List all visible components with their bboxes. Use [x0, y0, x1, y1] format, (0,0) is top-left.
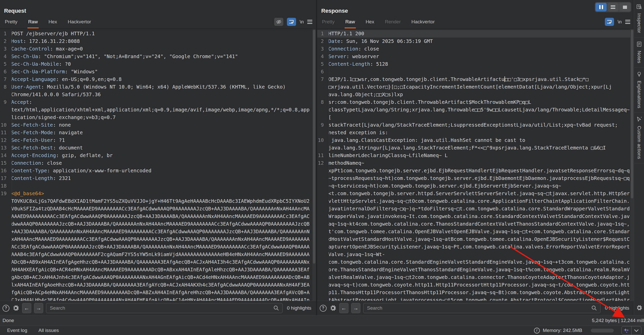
- ai-sparkles-button[interactable]: [622, 326, 631, 334]
- code-text: : en-US;q=0.9,en;q=0.8: [56, 76, 121, 82]
- search-next-button[interactable]: →: [351, 303, 360, 313]
- sidebar-tab-label: Custom actions: [636, 126, 642, 159]
- search-help-button[interactable]: ?: [320, 305, 327, 312]
- code-text: : Mozilla/5.0 (Windows NT 10.0; Win64; x…: [11, 84, 289, 97]
- request-title: Request: [4, 8, 312, 14]
- word-wrap-icon: [289, 19, 294, 25]
- show-newlines-toggle[interactable]: \n: [618, 19, 622, 25]
- search-next-button[interactable]: →: [34, 303, 43, 313]
- tab-pretty[interactable]: Pretty: [4, 19, 18, 28]
- line-number: 13: [0, 144, 9, 152]
- code-text: OEJP/1.1□□wsr,com.tongweb.tongejb.client…: [328, 76, 504, 82]
- layout-columns-button[interactable]: [595, 3, 607, 11]
- response-title: Response: [321, 8, 630, 14]
- line-number: 1: [317, 30, 326, 38]
- code-line: 15Connection: close: [0, 159, 312, 167]
- code-text: TOVKUC8xLjGs7QAFdwEBdXIAD1tMamF2YS5uZXQu…: [11, 191, 310, 301]
- line-content: HTTP/1.1 200: [326, 30, 630, 38]
- show-newlines-toggle[interactable]: \n: [300, 19, 304, 25]
- bottom-tab-all-issues[interactable]: All issues: [38, 328, 59, 333]
- status-message: Done: [0, 318, 14, 323]
- line-content: Connection: close: [9, 159, 312, 167]
- line-content: Sec-Ch-Ua: "Chromium";v="141", "Not;A=Br…: [9, 53, 312, 60]
- search-icon: [591, 305, 597, 311]
- word-wrap-toggle[interactable]: [605, 18, 614, 26]
- response-search-input[interactable]: [363, 303, 601, 313]
- status-bar: Done 5,242 bytes | 12,244 millis: [0, 315, 644, 326]
- header-name: User-Agent: [11, 84, 41, 90]
- code-line: 19<@d_base64> TOVKUC8xLjGs7QAFdwEBdXIAD1…: [0, 190, 312, 301]
- request-search-input[interactable]: [46, 303, 283, 313]
- hide-nonprintable-button[interactable]: [274, 18, 283, 26]
- burp-repeater-window: Request PrettyRawHexHackvertor: [0, 0, 644, 335]
- response-tabs: PrettyRawHexRenderHackvertor: [321, 19, 445, 28]
- response-scrollbar-thumb[interactable]: [631, 30, 633, 198]
- response-search-wrap: [363, 303, 601, 313]
- line-number: 10: [0, 121, 9, 129]
- tab-hex[interactable]: Hex: [365, 19, 375, 28]
- memory-progress-bar: [591, 329, 614, 332]
- code-line: 12Sec-Fetch-User: ?1: [0, 137, 312, 144]
- ai-dropdown-button[interactable]: [632, 326, 641, 334]
- code-text: : "Chromium";v="141", "Not;A=Brand";v="2…: [38, 54, 238, 59]
- layout-toggle-group: [595, 2, 631, 12]
- line-content: Accept: text/html,application/xhtml+xml,…: [9, 98, 312, 121]
- tab-hackvertor[interactable]: Hackvertor: [67, 19, 92, 28]
- layout-single-button[interactable]: [619, 3, 631, 11]
- response-scrollbar[interactable]: [630, 29, 634, 301]
- sidebar-settings-gear-icon[interactable]: [636, 305, 642, 311]
- sidebar-tab-inspector[interactable]: Inspector: [634, 0, 644, 38]
- response-editor[interactable]: 1HTTP/1.1 2002Date: Sun, 16 Nov 2025 06:…: [317, 28, 634, 301]
- search-prev-button[interactable]: ←: [339, 303, 348, 313]
- tab-raw[interactable]: Raw: [345, 19, 356, 28]
- search-settings-gear-icon[interactable]: [12, 305, 19, 312]
- sidebar-tab-notes[interactable]: Notes: [634, 38, 644, 68]
- header-name: Accept: [11, 99, 29, 105]
- sidebar-tab-custom-actions[interactable]: Custom actions: [634, 113, 644, 163]
- line-content: stackTracet[Ljava/lang/StackTraceElement…: [326, 121, 630, 137]
- editor-menu-button[interactable]: [625, 20, 630, 24]
- editor-menu-button[interactable]: [307, 20, 312, 24]
- response-panel: Response PrettyRawHexRenderHackvertor \n: [317, 0, 634, 315]
- tab-hackvertor[interactable]: Hackvertor: [411, 19, 436, 28]
- code-line: 3Connection: close: [317, 45, 630, 53]
- memory-indicator: i Memory: 242.5MB: [534, 328, 582, 333]
- line-content: java.lang.ClassCastException: java.util.…: [326, 137, 630, 152]
- response-search-bar: ? ← → 0 highlights: [317, 301, 634, 315]
- request-scrollbar-thumb[interactable]: [313, 30, 315, 264]
- word-wrap-toggle[interactable]: [287, 18, 296, 26]
- request-tabbar: PrettyRawHexHackvertor: [4, 17, 312, 28]
- request-scrollbar[interactable]: [312, 29, 316, 301]
- code-text: stackTracet[Ljava/lang/StackTraceElement…: [328, 122, 621, 136]
- chevron-down-icon: [634, 328, 639, 332]
- line-number: 6: [317, 68, 326, 76]
- line-number: 9: [0, 98, 9, 121]
- header-name: Sec-Ch-Ua-Platform: [11, 69, 65, 75]
- layout-rows-button[interactable]: [607, 3, 619, 11]
- line-content: Connection: close: [326, 45, 630, 53]
- tab-render[interactable]: Render: [384, 19, 401, 28]
- line-content: Content-Type: application/x-www-form-url…: [9, 167, 312, 175]
- header-name: Content-Length: [328, 61, 370, 67]
- line-content: sr:com.tongweb.tongejb.client.ThrowableA…: [326, 98, 630, 121]
- bottom-tab-event-log[interactable]: Event log: [7, 328, 27, 333]
- sidebar-tab-explanations[interactable]: Explanations: [634, 68, 644, 113]
- line-content: [326, 68, 630, 76]
- request-highlights-count: 0 highlights: [287, 305, 311, 311]
- request-editor[interactable]: 1POST /ejbserver/ejb HTTP/1.12Host: 172.…: [0, 28, 316, 301]
- sidebar-tab-label: Inspector: [636, 13, 642, 33]
- search-settings-gear-icon[interactable]: [329, 305, 336, 312]
- header-name: Sec-Fetch-Mode: [11, 130, 53, 136]
- memory-text: Memory: 242.5MB: [543, 328, 582, 333]
- search-prev-button[interactable]: ←: [22, 303, 31, 313]
- code-text: : webserver: [346, 54, 379, 59]
- code-text: : text/html,application/xhtml+xml,applic…: [11, 99, 310, 120]
- code-text: : max-age=0: [50, 46, 83, 52]
- sidebar-tab-label: Explanations: [636, 81, 642, 108]
- line-number: 16: [0, 167, 9, 175]
- tab-raw[interactable]: Raw: [27, 19, 39, 28]
- tab-hex[interactable]: Hex: [48, 19, 58, 28]
- search-help-button[interactable]: ?: [3, 305, 9, 312]
- tab-pretty[interactable]: Pretty: [321, 19, 335, 28]
- line-number: 2: [0, 38, 9, 45]
